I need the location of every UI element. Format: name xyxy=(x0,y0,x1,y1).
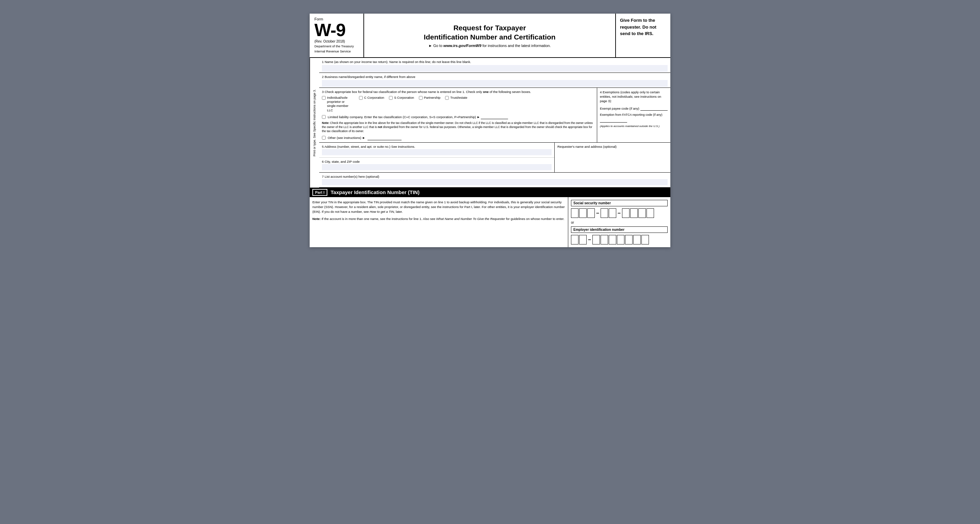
ssn-boxes: – – xyxy=(571,209,668,218)
ein-box[interactable] xyxy=(633,235,641,244)
field6-label: 6 City, state, and ZIP code xyxy=(322,160,360,163)
checkboxes-row: Individual/sole proprietor or single-mem… xyxy=(322,96,594,112)
or-text: or xyxy=(571,221,668,225)
form-header: Form W-9 (Rev. October 2018) Department … xyxy=(310,14,670,58)
note-text: Note: Check the appropriate box in the l… xyxy=(322,121,594,134)
w9-form: Form W-9 (Rev. October 2018) Department … xyxy=(310,14,670,247)
ssn-group3 xyxy=(622,209,654,218)
ssn-box[interactable] xyxy=(630,209,638,218)
ein-group1 xyxy=(571,235,587,244)
check-c-corp: C Corporation xyxy=(359,96,384,100)
fatca-label: Exemption from FATCA reporting code (if … xyxy=(600,113,662,116)
field5-row: 5 Address (number, street, and apt. or s… xyxy=(319,143,554,158)
exempt-payee-label: Exempt payee code (if any) xyxy=(600,107,640,110)
check-partnership: Partnership xyxy=(419,96,441,100)
row3-container: 3 Check appropriate box for federal tax … xyxy=(319,88,670,143)
part1-title: Taxpayer Identification Number (TIN) xyxy=(331,189,420,195)
check-s-corp-input[interactable] xyxy=(389,96,393,100)
other-input[interactable] xyxy=(368,135,401,140)
ssn-label: Social security number xyxy=(571,200,668,206)
ein-label: Employer identification number xyxy=(571,226,668,233)
form-dept1: Department of the Treasury xyxy=(314,44,359,48)
field7-input[interactable] xyxy=(322,179,668,185)
ssn-box[interactable] xyxy=(587,209,595,218)
ssn-group1 xyxy=(571,209,595,218)
ssn-box[interactable] xyxy=(601,209,608,218)
ein-box[interactable] xyxy=(625,235,633,244)
field1-label: 1 Name (as shown on your income tax retu… xyxy=(322,60,471,64)
part1-right: Social security number – – xyxy=(568,197,670,247)
field2-row: 2 Business name/disregarded entity name,… xyxy=(319,73,670,88)
ssn-box[interactable] xyxy=(638,209,646,218)
applies-text: (Applies to accounts maintained outside … xyxy=(600,124,668,128)
other-row: Other (see instructions) ► xyxy=(322,135,594,140)
fatca-row: Exemption from FATCA reporting code (if … xyxy=(600,113,668,123)
requester-label: Requester's name and address (optional) xyxy=(557,145,668,148)
check-trust: Trust/estate xyxy=(445,96,467,100)
row56-container: 5 Address (number, street, and apt. or s… xyxy=(319,143,670,173)
check-trust-input[interactable] xyxy=(445,96,449,100)
goto-text: ► Go to www.irs.gov/FormW9 for instructi… xyxy=(428,44,551,48)
ssn-dash1: – xyxy=(596,210,599,216)
check-other-input[interactable] xyxy=(322,136,326,140)
field2-label: 2 Business name/disregarded entity name,… xyxy=(322,75,415,79)
form-number: W-9 xyxy=(314,21,359,39)
check-s-corp: S Corporation xyxy=(389,96,414,100)
sidebar-label: Print or type. See Specific Instructions… xyxy=(310,58,319,188)
check-individual: Individual/sole proprietor or single-mem… xyxy=(322,96,354,112)
fatca-input[interactable] xyxy=(600,118,627,123)
ein-boxes: – xyxy=(571,235,668,244)
ssn-box[interactable] xyxy=(622,209,630,218)
ssn-box[interactable] xyxy=(571,209,579,218)
ein-box[interactable] xyxy=(641,235,649,244)
field3-label: 3 Check appropriate box for federal tax … xyxy=(322,90,594,94)
ssn-box[interactable] xyxy=(646,209,654,218)
requester-field: Requester's name and address (optional) xyxy=(555,143,670,172)
ein-group2 xyxy=(592,235,649,244)
ein-box[interactable] xyxy=(579,235,587,244)
header-right: Give Form to the requester. Do not send … xyxy=(616,14,670,57)
form-dept2: Internal Revenue Service xyxy=(314,49,359,53)
part1-body1: Enter your TIN in the appropriate box. T… xyxy=(312,200,565,215)
ein-box[interactable] xyxy=(571,235,579,244)
ein-box[interactable] xyxy=(592,235,600,244)
field6-row: 6 City, state, and ZIP code xyxy=(319,158,554,172)
field1-row: 1 Name (as shown on your income tax retu… xyxy=(319,58,670,73)
ein-box[interactable] xyxy=(601,235,608,244)
form-title: Request for Taxpayer Identification Numb… xyxy=(424,23,555,42)
exemptions-title: 4 Exemptions (codes apply only to certai… xyxy=(600,90,668,104)
part1-container: Enter your TIN in the appropriate box. T… xyxy=(310,197,670,247)
form-fields: 1 Name (as shown on your income tax retu… xyxy=(319,58,670,188)
field6-input[interactable] xyxy=(322,164,552,170)
header-left: Form W-9 (Rev. October 2018) Department … xyxy=(310,14,364,57)
check-llc-input[interactable] xyxy=(322,115,326,119)
part1-header: Part I Taxpayer Identification Number (T… xyxy=(310,188,670,197)
header-center: Request for Taxpayer Identification Numb… xyxy=(364,14,616,57)
field7-label: 7 List account number(s) here (optional) xyxy=(322,175,379,178)
row3-right: 4 Exemptions (codes apply only to certai… xyxy=(597,88,670,142)
part1-label: Part I xyxy=(312,189,327,196)
ssn-group2 xyxy=(601,209,616,218)
ssn-dash2: – xyxy=(617,210,620,216)
check-c-corp-input[interactable] xyxy=(359,96,363,100)
exempt-payee-row: Exempt payee code (if any) xyxy=(600,106,668,111)
field1-input[interactable] xyxy=(322,65,668,72)
llc-classification-input[interactable] xyxy=(481,115,508,119)
check-individual-input[interactable] xyxy=(322,96,326,100)
row3-left: 3 Check appropriate box for federal tax … xyxy=(319,88,597,142)
field2-input[interactable] xyxy=(322,80,668,87)
field5-label: 5 Address (number, street, and apt. or s… xyxy=(322,145,415,148)
part1-left: Enter your TIN in the appropriate box. T… xyxy=(310,197,568,247)
ssn-box[interactable] xyxy=(579,209,587,218)
row56-left: 5 Address (number, street, and apt. or s… xyxy=(319,143,555,172)
ein-dash: – xyxy=(588,237,591,243)
field5-input[interactable] xyxy=(322,149,552,155)
check-partnership-input[interactable] xyxy=(419,96,423,100)
ssn-box[interactable] xyxy=(609,209,616,218)
form-rev: (Rev. October 2018) xyxy=(314,40,359,43)
ein-box[interactable] xyxy=(609,235,616,244)
form-body: Print or type. See Specific Instructions… xyxy=(310,58,670,188)
exempt-payee-input[interactable] xyxy=(640,106,668,111)
ein-box[interactable] xyxy=(617,235,624,244)
llc-row: Limited liability company. Enter the tax… xyxy=(322,115,594,119)
